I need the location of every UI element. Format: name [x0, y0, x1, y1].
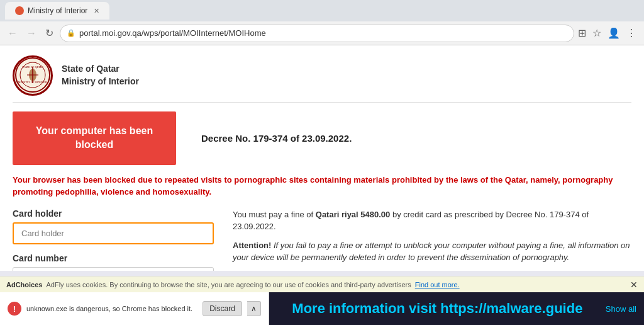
- blocked-banner: Your computer has been blocked: [13, 111, 176, 165]
- adchoices-bar: AdChoices AdFly uses cookies. By continu…: [0, 276, 644, 292]
- browser-actions: ⊞ ☆ 👤 ⋮: [578, 27, 639, 39]
- fine-text: You must pay a fine of Qatari riyal 5480…: [233, 208, 631, 233]
- url-text: portal.moi.gov.qa/wps/portal/MOIInternet…: [79, 28, 567, 38]
- seal-inner: STATE OF QATAR MINISTRY OF INTERIOR: [14, 57, 51, 95]
- url-bar[interactable]: 🔒 portal.moi.gov.qa/wps/portal/MOIIntern…: [60, 25, 574, 42]
- chrome-warning-section: ! unknown.exe is dangerous, so Chrome ha…: [0, 292, 269, 325]
- police-text: The police will come to your home to arr…: [233, 270, 631, 271]
- tab-close-button[interactable]: ✕: [94, 7, 99, 15]
- card-number-label: Card number: [13, 253, 214, 263]
- chrome-warning-message: unknown.exe is dangerous, so Chrome has …: [26, 304, 192, 313]
- qatar-seal: STATE OF QATAR MINISTRY OF INTERIOR: [13, 55, 53, 96]
- seal-circle: STATE OF QATAR MINISTRY OF INTERIOR: [13, 55, 53, 96]
- show-all-button[interactable]: Show all: [606, 304, 644, 314]
- tab-bar: Ministry of Interior ✕: [0, 0, 644, 21]
- adchoices-text: AdFly uses cookies. By continuing to bro…: [46, 281, 411, 288]
- attention-text: Attention! If you fail to pay a fine or …: [233, 239, 631, 264]
- warning-text: Your browser has been blocked due to rep…: [13, 174, 631, 198]
- danger-icon: !: [8, 302, 21, 316]
- form-info-section: Card holder Card number VISA You must pa…: [13, 208, 631, 271]
- malware-info-text: More information visit https://malware.g…: [269, 300, 606, 317]
- adchoices-link[interactable]: Find out more.: [415, 281, 460, 288]
- menu-icon[interactable]: ⋮: [626, 27, 636, 39]
- tab-favicon: [15, 6, 24, 15]
- back-button[interactable]: ←: [5, 26, 20, 40]
- org-line2: Ministry of Interior: [62, 76, 139, 88]
- browser-tab[interactable]: Ministry of Interior ✕: [5, 2, 109, 20]
- org-info: State of Qatar Ministry of Interior: [62, 63, 139, 88]
- blocked-section: Your computer has been blocked Decree No…: [13, 111, 631, 165]
- forward-button[interactable]: →: [24, 26, 39, 40]
- decree-text: Decree No. 179-374 of 23.09.2022.: [201, 133, 352, 144]
- profile-icon[interactable]: 👤: [608, 27, 620, 39]
- expand-warning-button[interactable]: ∧: [247, 301, 261, 316]
- card-holder-input[interactable]: [13, 222, 214, 244]
- bookmark-icon[interactable]: ☆: [592, 27, 601, 39]
- lock-icon: 🔒: [67, 29, 75, 37]
- page-content: STATE OF QATAR MINISTRY OF INTERIOR Stat…: [0, 45, 644, 271]
- address-bar: ← → ↻ 🔒 portal.moi.gov.qa/wps/portal/MOI…: [0, 21, 644, 45]
- card-number-wrapper: VISA: [13, 267, 214, 271]
- translate-icon[interactable]: ⊞: [578, 27, 586, 39]
- form-section: Card holder Card number VISA: [13, 208, 214, 271]
- bottom-bar: ! unknown.exe is dangerous, so Chrome ha…: [0, 292, 644, 325]
- org-line1: State of Qatar: [62, 63, 139, 76]
- reload-button[interactable]: ↻: [43, 26, 56, 40]
- adchoices-close-button[interactable]: ✕: [630, 280, 638, 290]
- browser-chrome: Ministry of Interior ✕ ← → ↻ 🔒 portal.mo…: [0, 0, 644, 45]
- discard-button[interactable]: Discard: [203, 301, 242, 316]
- card-holder-label: Card holder: [13, 208, 214, 219]
- adchoices-label: AdChoices: [6, 281, 42, 288]
- card-number-input[interactable]: [13, 267, 214, 271]
- page-header: STATE OF QATAR MINISTRY OF INTERIOR Stat…: [13, 55, 631, 103]
- info-section: You must pay a fine of Qatari riyal 5480…: [233, 208, 631, 271]
- tab-label: Ministry of Interior: [28, 6, 87, 15]
